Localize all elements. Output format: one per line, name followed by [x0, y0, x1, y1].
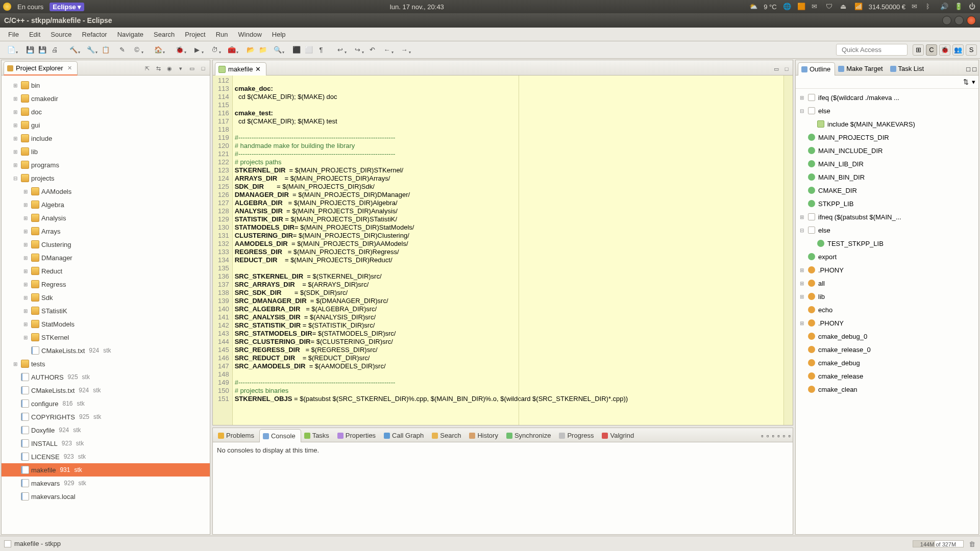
- annotation-prev-button[interactable]: ↩: [332, 44, 348, 56]
- perspective-cpp[interactable]: C: [926, 44, 937, 56]
- code-line[interactable]: #---------------------------------------…: [235, 134, 781, 142]
- system-tray-icon[interactable]: ⛅: [749, 3, 757, 11]
- minimize-button[interactable]: [942, 16, 951, 25]
- code-line[interactable]: [235, 101, 781, 109]
- open-element-button[interactable]: 📁: [257, 44, 268, 56]
- tree-item[interactable]: include: [2, 132, 210, 145]
- twisty-icon[interactable]: [12, 149, 19, 155]
- code-line[interactable]: ALGEBRA_DIR = $(MAIN_PROJECTS_DIR)Algebr…: [235, 199, 781, 207]
- save-all-button[interactable]: 💾: [37, 44, 48, 56]
- outline-sort-button[interactable]: ⇅: [963, 78, 969, 86]
- twisty-icon[interactable]: [22, 229, 29, 234]
- outline-item[interactable]: echo: [796, 303, 978, 316]
- messaging-icon[interactable]: ✉: [912, 3, 920, 11]
- tab-make-target[interactable]: Make Target: [835, 62, 887, 75]
- code-line[interactable]: STATISTIK_DIR = $(MAIN_PROJECTS_DIR)STat…: [235, 215, 781, 223]
- outline-item[interactable]: ⊞.PHONY: [796, 316, 978, 330]
- twisty-icon[interactable]: [12, 83, 19, 88]
- tree-item[interactable]: gui: [2, 118, 210, 132]
- tree-item[interactable]: Sdk: [2, 291, 210, 304]
- outline-item[interactable]: ⊞ifneq ($(patsubst $(MAIN_...: [796, 210, 978, 223]
- outline-item[interactable]: MAIN_PROJECTS_DIR: [796, 131, 978, 144]
- code-line[interactable]: SRC_REDUCT_DIR = $(REDUCT_DIR)src/: [235, 354, 781, 362]
- toggle-whitespace-button[interactable]: ¶: [315, 44, 327, 56]
- link-editor-button[interactable]: ⇆: [154, 64, 163, 73]
- code-line[interactable]: SRC_STATMODELS_DIR= $(STATMODELS_DIR)src…: [235, 330, 781, 338]
- run-button[interactable]: ▶: [189, 44, 205, 56]
- code-line[interactable]: REDUCT_DIR = $(MAIN_PROJECTS_DIR)Reduct/: [235, 256, 781, 264]
- twisty-icon[interactable]: [22, 215, 29, 221]
- editor-body[interactable]: 1121131141151161171181191201211221231241…: [213, 76, 793, 425]
- tree-item[interactable]: doc: [2, 105, 210, 118]
- twisty-icon[interactable]: ⊞: [799, 214, 805, 220]
- tree-item[interactable]: bin: [2, 79, 210, 92]
- tree-item[interactable]: INSTALL923stk: [2, 437, 210, 450]
- twisty-icon[interactable]: [22, 242, 29, 247]
- tree-item[interactable]: STatistiK: [2, 304, 210, 317]
- toggle-mark-button[interactable]: ⬛: [291, 44, 302, 56]
- tree-item[interactable]: Arrays: [2, 224, 210, 238]
- forward-button[interactable]: →: [396, 44, 412, 56]
- minimize-editor-button[interactable]: ▭: [772, 65, 780, 73]
- code-area[interactable]: cmake_doc: cd $(CMAKE_DIR); $(MAKE) docc…: [233, 76, 783, 425]
- code-line[interactable]: [235, 370, 781, 379]
- tree-item[interactable]: AUTHORS925stk: [2, 370, 210, 384]
- tree-item[interactable]: Analysis: [2, 211, 210, 224]
- outline-item[interactable]: include $(MAIN_MAKEVARS): [796, 117, 978, 131]
- tab-synchronize[interactable]: Synchronize: [503, 429, 556, 442]
- code-line[interactable]: cd $(CMAKE_DIR); $(MAKE) doc: [235, 93, 781, 101]
- open-type-button[interactable]: 🏠: [150, 44, 166, 56]
- twisty-icon[interactable]: ⊞: [799, 95, 805, 101]
- twisty-icon[interactable]: [22, 268, 29, 274]
- new-button[interactable]: 📄: [3, 44, 19, 56]
- indicator-text[interactable]: 314.50000 €: [869, 3, 905, 11]
- tree-item[interactable]: Regress: [2, 278, 210, 291]
- pin-button[interactable]: ▫: [761, 432, 764, 440]
- system-tray-icon[interactable]: 🌐: [783, 3, 791, 11]
- outline-item[interactable]: MAIN_INCLUDE_DIR: [796, 144, 978, 157]
- twisty-icon[interactable]: ⊞: [799, 320, 805, 326]
- tab-progress[interactable]: Progress: [556, 429, 599, 442]
- outline-item[interactable]: ⊞ifeq ($(wildcard ./makeva ...: [796, 91, 978, 104]
- tree-item[interactable]: Reduct: [2, 264, 210, 278]
- code-line[interactable]: REGRESS_DIR = $(MAIN_PROJECTS_DIR)Regres…: [235, 248, 781, 256]
- tree-item[interactable]: CMakeLists.txt924stk: [2, 344, 210, 357]
- twisty-icon[interactable]: ⊟: [799, 228, 805, 233]
- outline-item[interactable]: ⊞.PHONY: [796, 263, 978, 277]
- eclipse-app-menu[interactable]: Eclipse ▾: [50, 3, 84, 11]
- code-line[interactable]: SDK_DIR = $(MAIN_PROJECTS_DIR)Sdk/: [235, 183, 781, 191]
- tree-item[interactable]: Doxyfile924stk: [2, 423, 210, 437]
- tab-console[interactable]: Console: [259, 429, 301, 442]
- code-line[interactable]: SRC_STATISTIK_DIR = $(STATISTIK_DIR)src/: [235, 321, 781, 330]
- weather[interactable]: 9 °C: [764, 3, 776, 11]
- save-button[interactable]: 💾: [24, 44, 36, 56]
- maximize-view-button[interactable]: ▫: [788, 432, 791, 440]
- tab-valgrind[interactable]: Valgrind: [599, 429, 639, 442]
- twisty-icon[interactable]: ⊞: [799, 281, 805, 286]
- tree-item[interactable]: tests: [2, 357, 210, 370]
- tree-item[interactable]: CMakeLists.txt924stk: [2, 384, 210, 397]
- menu-navigate[interactable]: Navigate: [112, 29, 149, 40]
- menu-edit[interactable]: Edit: [24, 29, 45, 40]
- tab-outline[interactable]: Outline: [798, 62, 835, 76]
- tree-item[interactable]: programs: [2, 158, 210, 171]
- twisty-icon[interactable]: [12, 122, 19, 128]
- tree-item[interactable]: configure816stk: [2, 397, 210, 410]
- code-line[interactable]: SRC_ALGEBRA_DIR = $(ALGEBRA_DIR)src/: [235, 305, 781, 313]
- code-line[interactable]: # projects paths: [235, 158, 781, 166]
- twisty-icon[interactable]: [22, 295, 29, 300]
- smiley-icon[interactable]: [3, 3, 11, 11]
- system-tray-icon[interactable]: 🛡: [826, 3, 834, 11]
- outline-item[interactable]: cmake_debug: [796, 356, 978, 369]
- twisty-icon[interactable]: [12, 361, 19, 367]
- code-line[interactable]: SRC_AAMODELS_DIR = $(AAMODELS_DIR)src/: [235, 362, 781, 370]
- tree-item[interactable]: Clustering: [2, 238, 210, 251]
- tree-item[interactable]: STKernel: [2, 331, 210, 344]
- code-line[interactable]: # handmade make for building the library: [235, 142, 781, 150]
- code-line[interactable]: #---------------------------------------…: [235, 150, 781, 158]
- code-line[interactable]: ARRAYS_DIR = $(MAIN_PROJECTS_DIR)Arrays/: [235, 174, 781, 183]
- maximize-view-button[interactable]: □: [972, 65, 976, 73]
- outline-item[interactable]: MAIN_LIB_DIR: [796, 157, 978, 170]
- collapse-all-button[interactable]: ⇱: [142, 64, 152, 73]
- network-icon[interactable]: 📶: [854, 3, 863, 11]
